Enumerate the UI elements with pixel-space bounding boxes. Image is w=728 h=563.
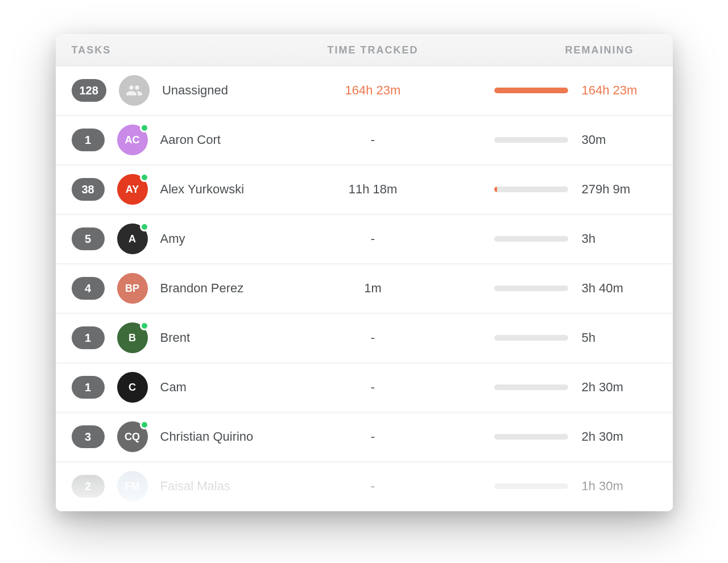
task-count-badge: 4 [72,277,105,300]
table-row[interactable]: 3CQChristian Quirino-2h 30m [56,412,673,462]
progress-bar [494,187,568,192]
progress-bar [494,137,568,143]
table-body: 128Unassigned164h 23m164h 23m1ACAaron Co… [56,66,673,511]
time-tracked-value: - [288,380,458,395]
time-tracked-value: - [288,429,458,444]
remaining-cell: 5h [458,330,657,345]
remaining-value: 2h 30m [582,429,650,444]
column-header-tasks[interactable]: TASKS [72,44,288,56]
progress-bar [494,236,568,242]
presence-indicator [140,123,149,133]
task-count-badge: 2 [72,475,105,498]
column-header-time-tracked[interactable]: TIME TRACKED [288,44,458,56]
remaining-value: 2h 30m [582,380,650,395]
time-tracked-value: 1m [288,281,458,296]
remaining-value: 30m [582,133,650,147]
avatar-initials: BP [117,273,148,304]
table-row[interactable]: 1BBrent-5h [56,313,673,363]
remaining-cell: 2h 30m [458,380,657,395]
remaining-cell: 3h [458,231,657,246]
tasks-cell: 5AAmy [72,223,288,254]
table-row[interactable]: 38AYAlex Yurkowski11h 18m279h 9m [56,165,673,214]
tasks-cell: 4BPBrandon Perez [72,273,288,304]
time-tracked-value: 11h 18m [288,182,458,197]
assignee-name: Brandon Perez [160,281,244,296]
time-tracked-value: - [288,479,458,494]
task-count-badge: 38 [72,178,105,201]
task-count-badge: 128 [72,79,106,102]
progress-bar [494,384,568,390]
assignee-name: Brent [160,330,191,345]
remaining-cell: 164h 23m [458,83,657,98]
task-count-badge: 1 [72,129,105,151]
avatar[interactable]: A [117,223,148,254]
remaining-value: 1h 30m [582,479,650,494]
assignee-name: Faisal Malas [160,479,230,494]
remaining-value: 3h [582,231,650,246]
avatar[interactable] [119,75,150,106]
table-row[interactable]: 1CCam-2h 30m [56,363,673,412]
presence-indicator [140,321,149,330]
table-row[interactable]: 5AAmy-3h [56,214,673,264]
remaining-cell: 3h 40m [458,281,657,296]
remaining-cell: 30m [458,133,657,147]
remaining-value: 3h 40m [582,281,650,296]
remaining-value: 5h [582,330,650,345]
presence-indicator [140,173,149,182]
table-row[interactable]: 2FMFaisal Malas-1h 30m [56,462,673,511]
group-icon [126,82,143,99]
avatar[interactable]: CQ [117,421,148,452]
tasks-cell: 1CCam [72,372,288,403]
remaining-value: 164h 23m [582,83,650,98]
tasks-cell: 1BBrent [72,322,288,353]
assignee-name: Christian Quirino [160,429,254,444]
table-row[interactable]: 128Unassigned164h 23m164h 23m [56,66,673,115]
assignee-name: Aaron Cort [160,133,221,147]
time-tracked-value: 164h 23m [288,83,458,98]
time-tracked-value: - [288,133,458,147]
tasks-cell: 38AYAlex Yurkowski [72,174,288,205]
avatar[interactable]: BP [117,273,148,304]
table-header: TASKS TIME TRACKED REMAINING [56,34,673,66]
avatar-initials: FM [117,471,148,502]
avatar[interactable]: B [117,322,148,353]
presence-indicator [140,420,149,429]
remaining-cell: 2h 30m [458,429,657,444]
task-count-badge: 1 [72,376,105,399]
progress-bar [494,483,568,489]
assignee-name: Alex Yurkowski [160,182,245,197]
remaining-cell: 279h 9m [458,182,657,197]
table-row[interactable]: 4BPBrandon Perez1m3h 40m [56,264,673,313]
assignee-name: Amy [160,231,185,246]
tasks-cell: 3CQChristian Quirino [72,421,288,452]
tasks-cell: 2FMFaisal Malas [72,471,288,502]
avatar[interactable]: FM [117,471,148,502]
progress-bar [494,88,568,93]
progress-bar [494,285,568,291]
workload-card: TASKS TIME TRACKED REMAINING 128Unassign… [56,34,673,511]
tasks-cell: 128Unassigned [72,75,288,106]
avatar-initials: C [117,372,148,403]
task-count-badge: 1 [72,326,105,349]
tasks-cell: 1ACAaron Cort [72,125,288,155]
progress-bar [494,335,568,341]
avatar[interactable]: C [117,372,148,403]
task-count-badge: 3 [72,425,105,448]
progress-bar [494,434,568,440]
time-tracked-value: - [288,231,458,246]
column-header-remaining[interactable]: REMAINING [458,44,657,56]
assignee-name: Unassigned [162,83,228,98]
presence-indicator [140,222,149,231]
time-tracked-value: - [288,330,458,345]
remaining-value: 279h 9m [582,182,650,197]
task-count-badge: 5 [72,227,105,250]
remaining-cell: 1h 30m [458,479,657,494]
table-row[interactable]: 1ACAaron Cort-30m [56,115,673,165]
avatar[interactable]: AY [117,174,148,205]
avatar[interactable]: AC [117,125,148,155]
assignee-name: Cam [160,380,187,395]
